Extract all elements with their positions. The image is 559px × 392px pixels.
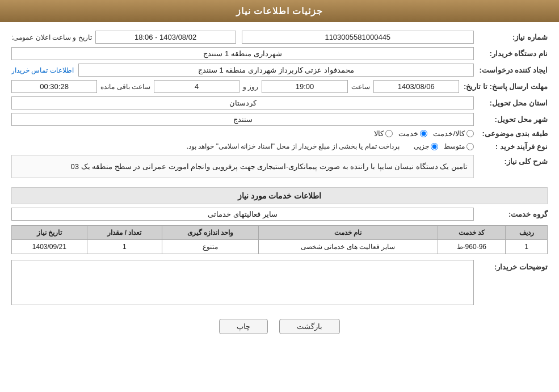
cell-quantity: 1 <box>87 240 162 254</box>
need-number-row: شماره نیاز: 1103005581000445 1403/08/02 … <box>11 31 548 44</box>
deadline-time-label: ساعت <box>351 83 370 91</box>
category-service-radio[interactable] <box>420 130 427 137</box>
cell-code: 960-96-ط <box>438 240 505 254</box>
cell-row: 1 <box>506 240 548 254</box>
province-label: استان محل تحویل: <box>474 99 548 107</box>
page-header: جزئیات اطلاعات نیاز <box>0 0 559 22</box>
buyer-notes-textarea[interactable] <box>11 260 474 305</box>
deadline-remaining-label: ساعت باقی مانده <box>100 83 150 91</box>
category-goods-radio[interactable] <box>385 130 393 137</box>
deadline-label: مهلت ارسال پاسخ: تا تاریخ: <box>459 82 548 91</box>
table-row: 1960-96-طسایر فعالیت های خدماتی شخصیمتنو… <box>12 240 548 254</box>
service-group-value: سایر فعالیتهای خدماتی <box>11 208 474 221</box>
deadline-remaining: 00:30:28 <box>11 80 97 93</box>
buyer-org-label: نام دستگاه خریدار: <box>474 49 548 58</box>
category-goods-service-label: کالا/خدمت <box>433 129 465 138</box>
back-button[interactable]: بازگشت <box>279 319 340 334</box>
buyer-notes-section: توضیحات خریدار: <box>11 260 548 305</box>
cell-name: سایر فعالیت های خدماتی شخصی <box>259 240 438 254</box>
buyer-notes-label: توضیحات خریدار: <box>474 260 548 271</box>
category-goods-service-radio[interactable] <box>466 130 474 137</box>
purchase-medium-label: متوسط <box>444 142 465 150</box>
cell-unit: متنوع <box>162 240 259 254</box>
buyer-org-value: شهرداری منطقه 1 سنندج <box>11 47 474 60</box>
deadline-date: 1403/08/06 <box>373 80 459 93</box>
col-row: ردیف <box>506 226 548 240</box>
announce-date-label: تاریخ و ساعت اعلان عمومی: <box>11 33 92 41</box>
col-quantity: تعداد / مقدار <box>87 226 162 240</box>
col-date: تاریخ نیاز <box>12 226 87 240</box>
city-value: سنندج <box>11 113 474 126</box>
service-group-row: گروه خدمت: سایر فعالیتهای خدماتی <box>11 208 548 221</box>
col-code: کد خدمت <box>438 226 505 240</box>
creator-label: ایجاد کننده درخواست: <box>474 66 548 74</box>
purchase-type-row: نوع فرآیند خرید : متوسط جزیی پرداخت تمام… <box>11 141 548 151</box>
purchase-medium-radio[interactable] <box>466 143 474 150</box>
need-number-value: 1103005581000445 <box>242 31 474 44</box>
purchase-type-group: متوسط جزیی پرداخت تمام یا بخشی از مبلغ خ… <box>11 141 474 151</box>
purchase-partial-radio[interactable] <box>431 143 438 150</box>
cell-date: 1403/09/21 <box>12 240 87 254</box>
description-row: شرح کلی نیاز: تامین یک دستگاه نیسان سایپ… <box>11 155 548 184</box>
buttons-row: بازگشت چاپ <box>11 313 548 340</box>
category-row: طبقه بندی موضوعی: کالا/خدمت خدمت کالا <box>11 129 548 138</box>
city-label: شهر محل تحویل: <box>474 115 548 124</box>
description-label: شرح کلی نیاز: <box>474 155 548 166</box>
services-section-header: اطلاعات خدمات مورد نیاز <box>11 187 548 204</box>
contact-link[interactable]: اطلاعات تماس خریدار <box>11 66 74 74</box>
purchase-type-label: نوع فرآیند خرید : <box>474 142 548 151</box>
category-service-label: خدمت <box>398 129 418 138</box>
city-row: شهر محل تحویل: سنندج <box>11 113 548 126</box>
deadline-days: 4 <box>154 80 239 93</box>
deadline-days-label: روز و <box>243 83 258 91</box>
deadline-time: 19:00 <box>262 80 347 93</box>
creator-value: محمدفواد عزتی کاربرداز شهرداری منطقه 1 س… <box>78 64 474 77</box>
services-table: ردیف کد خدمت نام خدمت واحد اندازه گیری ت… <box>11 225 548 254</box>
page-title: جزئیات اطلاعات نیاز <box>236 6 323 16</box>
need-number-label: شماره نیاز: <box>474 33 548 41</box>
print-button[interactable]: چاپ <box>219 319 268 334</box>
category-radio-group: کالا/خدمت خدمت کالا <box>11 129 474 138</box>
payment-note: پرداخت تمام یا بخشی از مبلغ خریدار از مح… <box>187 141 400 151</box>
purchase-partial-item[interactable]: جزیی <box>414 142 438 150</box>
category-goods-label: کالا <box>374 129 384 138</box>
purchase-medium-item[interactable]: متوسط <box>444 142 474 150</box>
category-service-item[interactable]: خدمت <box>398 129 427 138</box>
col-unit: واحد اندازه گیری <box>162 226 259 240</box>
category-goods-service-item[interactable]: کالا/خدمت <box>433 129 474 138</box>
deadline-row: مهلت ارسال پاسخ: تا تاریخ: 1403/08/06 سا… <box>11 80 548 93</box>
category-label: طبقه بندی موضوعی: <box>474 129 548 138</box>
category-goods-item[interactable]: کالا <box>374 129 393 138</box>
province-value: کردستان <box>11 96 474 109</box>
service-group-label: گروه خدمت: <box>474 210 548 218</box>
province-row: استان محل تحویل: کردستان <box>11 96 548 109</box>
creator-row: ایجاد کننده درخواست: محمدفواد عزتی کاربر… <box>11 64 548 77</box>
col-name: نام خدمت <box>259 226 438 240</box>
description-text: تامین یک دستگاه نیسان سایپا با راننده به… <box>11 155 474 178</box>
purchase-partial-label: جزیی <box>414 142 429 150</box>
announce-date-value: 1403/08/02 - 18:06 <box>95 31 236 44</box>
buyer-org-row: نام دستگاه خریدار: شهرداری منطقه 1 سنندج <box>11 47 548 60</box>
